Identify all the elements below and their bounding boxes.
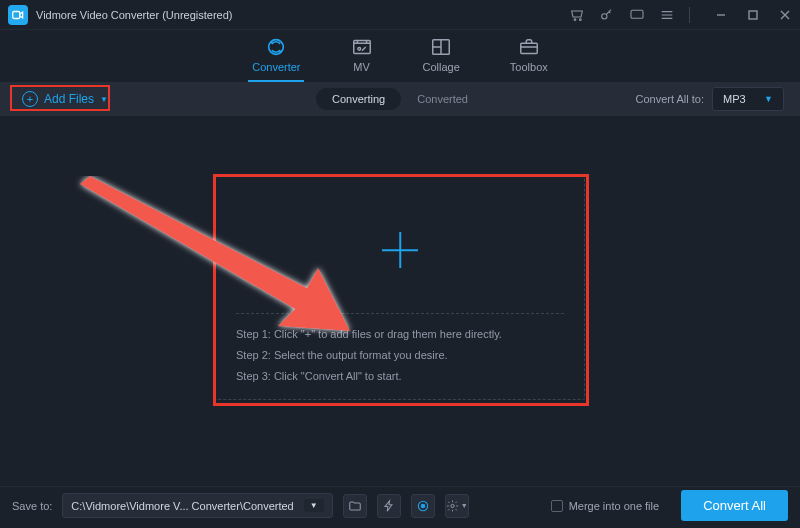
- menu-icon[interactable]: [659, 7, 675, 23]
- toolbox-icon: [518, 36, 540, 58]
- nav-label: MV: [353, 61, 370, 73]
- convert-all-to: Convert All to: MP3 ▼: [636, 87, 784, 111]
- chevron-down-icon: ▼: [461, 502, 468, 509]
- svg-point-1: [574, 18, 576, 20]
- tab-converted[interactable]: Converted: [401, 88, 484, 110]
- nav-collage[interactable]: Collage: [423, 36, 460, 76]
- open-folder-button[interactable]: [343, 494, 367, 518]
- nav-label: Converter: [252, 61, 300, 73]
- separator: [689, 7, 690, 23]
- merge-checkbox[interactable]: Merge into one file: [551, 500, 660, 512]
- format-value: MP3: [723, 93, 746, 105]
- svg-point-3: [602, 13, 607, 18]
- divider: [236, 313, 564, 314]
- hardware-accel-button[interactable]: [377, 494, 401, 518]
- titlebar-actions: [569, 7, 792, 23]
- settings-button[interactable]: ▼: [445, 494, 469, 518]
- window-controls: [714, 8, 792, 22]
- convert-all-to-label: Convert All to:: [636, 93, 704, 105]
- save-to-label: Save to:: [12, 500, 52, 512]
- key-icon[interactable]: [599, 7, 615, 23]
- svg-rect-0: [13, 11, 20, 18]
- add-files-button[interactable]: + Add Files ▼: [16, 88, 114, 110]
- app-logo: [8, 5, 28, 25]
- chevron-down-icon: ▼: [764, 94, 773, 104]
- svg-point-2: [579, 18, 581, 20]
- svg-rect-7: [353, 41, 370, 54]
- subbar: + Add Files ▼ Converting Converted Conve…: [0, 82, 800, 116]
- step-1: Step 1: Click "+" to add files or drag t…: [236, 324, 564, 345]
- instruction-steps: Step 1: Click "+" to add files or drag t…: [236, 324, 564, 387]
- nav-converter[interactable]: Converter: [252, 36, 300, 76]
- step-2: Step 2: Select the output format you des…: [236, 345, 564, 366]
- high-speed-button[interactable]: [411, 494, 435, 518]
- chevron-down-icon: ▼: [100, 95, 108, 104]
- bottom-bar: Save to: C:\Vidmore\Vidmore V... Convert…: [0, 486, 800, 524]
- minimize-icon[interactable]: [714, 8, 728, 22]
- plus-icon: [382, 232, 418, 268]
- convert-all-button[interactable]: Convert All: [681, 490, 788, 521]
- drop-zone[interactable]: Step 1: Click "+" to add files or drag t…: [215, 176, 585, 400]
- nav-label: Toolbox: [510, 61, 548, 73]
- close-icon[interactable]: [778, 8, 792, 22]
- output-format-dropdown[interactable]: MP3 ▼: [712, 87, 784, 111]
- chevron-down-icon[interactable]: ▼: [304, 499, 324, 512]
- step-3: Step 3: Click "Convert All" to start.: [236, 366, 564, 387]
- top-nav: Converter MV Collage Toolbox: [0, 30, 800, 82]
- save-path-value: C:\Vidmore\Vidmore V... Converter\Conver…: [71, 500, 293, 512]
- svg-point-8: [357, 47, 360, 50]
- main-area: Step 1: Click "+" to add files or drag t…: [0, 116, 800, 486]
- tab-converting[interactable]: Converting: [316, 88, 401, 110]
- svg-rect-10: [521, 43, 538, 53]
- svg-point-12: [421, 504, 425, 508]
- cart-icon[interactable]: [569, 7, 585, 23]
- nav-toolbox[interactable]: Toolbox: [510, 36, 548, 76]
- svg-point-13: [451, 504, 454, 507]
- mv-icon: [351, 36, 373, 58]
- nav-label: Collage: [423, 61, 460, 73]
- maximize-icon[interactable]: [746, 8, 760, 22]
- nav-mv[interactable]: MV: [351, 36, 373, 76]
- merge-label: Merge into one file: [569, 500, 660, 512]
- plus-circle-icon: +: [22, 91, 38, 107]
- add-files-plus-target[interactable]: [236, 197, 564, 303]
- save-path-dropdown[interactable]: C:\Vidmore\Vidmore V... Converter\Conver…: [62, 493, 332, 518]
- svg-rect-5: [749, 11, 757, 19]
- checkbox-icon: [551, 500, 563, 512]
- app-title: Vidmore Video Converter (Unregistered): [36, 9, 232, 21]
- status-tabs: Converting Converted: [316, 88, 484, 110]
- collage-icon: [430, 36, 452, 58]
- add-files-label: Add Files: [44, 92, 94, 106]
- feedback-icon[interactable]: [629, 7, 645, 23]
- converter-icon: [265, 36, 287, 58]
- titlebar: Vidmore Video Converter (Unregistered): [0, 0, 800, 30]
